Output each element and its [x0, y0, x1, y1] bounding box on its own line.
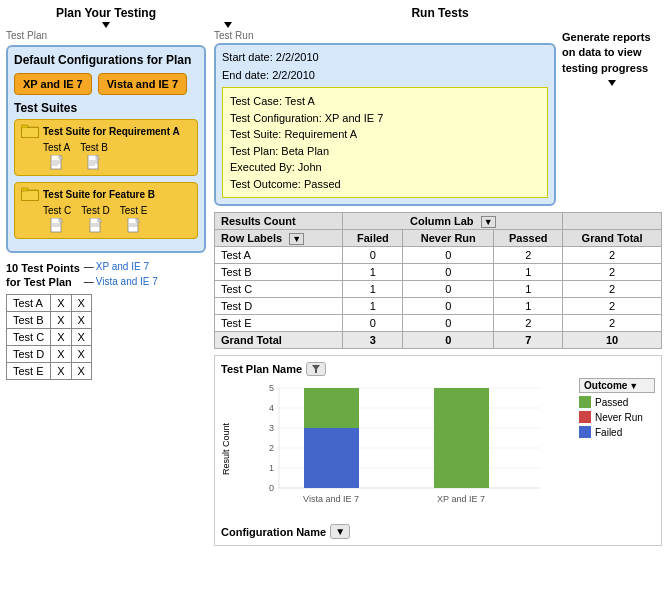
test-item-b: Test B	[80, 142, 108, 171]
row-b-never: 0	[403, 264, 494, 281]
grand-total-col-header: Grand Total	[563, 230, 662, 247]
run-arrow-down	[224, 22, 232, 28]
chart-section: Test Plan Name Result Count	[214, 355, 662, 546]
legend-passed: Passed	[579, 396, 655, 408]
grand-total-failed: 3	[343, 332, 403, 349]
row-d-failed: 1	[343, 298, 403, 315]
legend-failed: Failed	[579, 426, 655, 438]
folder-icon-b	[21, 187, 39, 201]
test-c-label: Test C	[43, 205, 71, 216]
generate-text: Generate reports on data to view testing…	[562, 30, 662, 76]
results-table: Results Count Column Lab ▼ Row Labels ▼ …	[214, 212, 662, 349]
table-row: Test C 1 0 1 2	[215, 281, 662, 298]
tooltip-outcome: Test Outcome: Passed	[230, 176, 540, 193]
svg-text:4: 4	[269, 403, 274, 413]
row-a-label: Test A	[215, 247, 343, 264]
row-a-total: 2	[563, 247, 662, 264]
chart-y-label: Result Count	[221, 423, 231, 475]
svg-text:3: 3	[269, 423, 274, 433]
svg-marker-29	[312, 365, 320, 373]
table-row: Test B 1 0 1 2	[215, 264, 662, 281]
row-a-passed: 2	[494, 247, 563, 264]
test-points-table: Test A X X Test B X X Test C X X	[6, 294, 92, 380]
grand-total-row: Grand Total 3 0 7 10	[215, 332, 662, 349]
points-row-c-c1: X	[51, 328, 71, 345]
points-row-e-name: Test E	[7, 362, 51, 379]
svg-text:Vista and IE 7: Vista and IE 7	[303, 494, 359, 504]
row-d-label: Test D	[215, 298, 343, 315]
config1-label: XP and IE 7	[96, 261, 149, 272]
passed-col-header: Passed	[494, 230, 563, 247]
col-lab-filter[interactable]: ▼	[481, 216, 496, 228]
row-c-failed: 1	[343, 281, 403, 298]
doc-icon-a	[50, 155, 64, 171]
failed-swatch	[579, 426, 591, 438]
test-item-e: Test E	[120, 205, 148, 234]
suite-a-box: Test Suite for Requirement A Test A	[14, 119, 198, 176]
row-e-passed: 2	[494, 315, 563, 332]
test-d-label: Test D	[81, 205, 109, 216]
test-item-a: Test A	[43, 142, 70, 171]
svg-rect-2	[21, 125, 28, 128]
run-tests-header: Run Tests	[411, 6, 468, 20]
suite-a-tests: Test A Test B	[43, 142, 191, 171]
chart-filter-button[interactable]	[306, 362, 326, 376]
test-item-d: Test D	[81, 205, 109, 234]
generate-arrow-down	[608, 80, 616, 86]
svg-rect-46	[434, 388, 489, 488]
row-c-passed: 1	[494, 281, 563, 298]
tooltip-executed: Executed By: John	[230, 159, 540, 176]
plan-arrow-down	[102, 22, 110, 28]
svg-text:5: 5	[269, 383, 274, 393]
grand-total-passed: 7	[494, 332, 563, 349]
config2-label: Vista and IE 7	[96, 276, 158, 287]
points-row-c-c2: X	[71, 328, 91, 345]
points-row-d-name: Test D	[7, 345, 51, 362]
table-row: Test E 0 0 2 2	[215, 315, 662, 332]
tooltip-case: Test Case: Test A	[230, 93, 540, 110]
row-c-never: 0	[403, 281, 494, 298]
grand-total-header	[563, 213, 662, 230]
points-row-b-c1: X	[51, 311, 71, 328]
points-row-b-c2: X	[71, 311, 91, 328]
doc-icon-c	[50, 218, 64, 234]
svg-text:1: 1	[269, 463, 274, 473]
folder-icon-a	[21, 124, 39, 138]
test-item-c: Test C	[43, 205, 71, 234]
row-d-total: 2	[563, 298, 662, 315]
test-a-label: Test A	[43, 142, 70, 153]
legend-failed-label: Failed	[595, 427, 622, 438]
points-row-d-c1: X	[51, 345, 71, 362]
points-row-a-c2: X	[71, 294, 91, 311]
legend-filter[interactable]: ▼	[629, 381, 638, 391]
tooltip-box: Test Case: Test A Test Configuration: XP…	[222, 87, 548, 198]
filter-icon	[311, 364, 321, 374]
row-e-failed: 0	[343, 315, 403, 332]
legend-area: Outcome ▼ Passed Never Run	[575, 378, 655, 520]
test-points-section: 10 Test Pointsfor Test Plan — XP and IE …	[6, 261, 206, 380]
svg-rect-3	[22, 128, 38, 137]
doc-icon-b	[87, 155, 101, 171]
vista-ie7-button[interactable]: Vista and IE 7	[98, 73, 187, 95]
x-label-filter-button[interactable]: ▼	[330, 524, 350, 539]
row-d-never: 0	[403, 298, 494, 315]
xp-ie7-button[interactable]: XP and IE 7	[14, 73, 92, 95]
row-b-total: 2	[563, 264, 662, 281]
suite-b-box: Test Suite for Feature B Test C	[14, 182, 198, 239]
tooltip-config: Test Configuration: XP and IE 7	[230, 110, 540, 127]
points-row-a-name: Test A	[7, 294, 51, 311]
table-row: Test D 1 0 1 2	[215, 298, 662, 315]
passed-swatch	[579, 396, 591, 408]
points-row-a-c1: X	[51, 294, 71, 311]
test-run-box: Start date: 2/2/2010 End date: 2/2/2010 …	[214, 43, 556, 206]
row-e-never: 0	[403, 315, 494, 332]
row-b-passed: 1	[494, 264, 563, 281]
row-labels-filter[interactable]: ▼	[289, 233, 304, 245]
row-e-total: 2	[563, 315, 662, 332]
plan-your-testing-header: Plan Your Testing	[56, 6, 156, 20]
failed-col-header: Failed	[343, 230, 403, 247]
svg-text:2: 2	[269, 443, 274, 453]
row-c-total: 2	[563, 281, 662, 298]
points-row-e-c1: X	[51, 362, 71, 379]
legend-passed-label: Passed	[595, 397, 628, 408]
